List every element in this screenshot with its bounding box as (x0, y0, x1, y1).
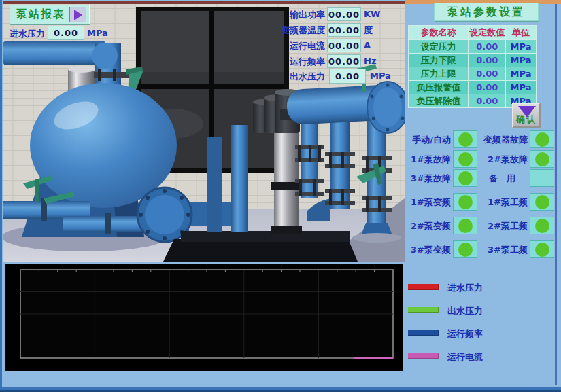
readout-unit: KW (364, 9, 380, 19)
legend-item: 进水压力 (405, 281, 561, 293)
readout-label: 输出功率 (227, 9, 325, 21)
play-icon (69, 7, 86, 22)
status-indicator-pump2-vfd (453, 217, 477, 234)
status-label: 3#泵变频 (405, 244, 451, 256)
status-indicator-pump3-fault (453, 169, 477, 187)
readout-unit: A (364, 40, 371, 50)
status-label: 手动/自动 (402, 134, 451, 146)
param-name: 压力下限 (409, 54, 469, 67)
status-indicator-pump2-fault (530, 150, 554, 168)
param-unit: MPa (506, 40, 537, 54)
led-icon (458, 152, 473, 166)
report-button[interactable]: 泵站报表 (10, 5, 90, 24)
param-name: 设定压力 (409, 40, 469, 54)
status-indicator-pump3-mains (530, 240, 554, 258)
readout-value: 00.00 (327, 7, 361, 21)
status-label: 1#泵工频 (477, 196, 528, 209)
status-label: 备 用 (477, 173, 528, 185)
parameter-table: 参数名称 设定数值 单位 设定压力 0.00 MPa 压力下限 0.00 MPa… (408, 25, 537, 108)
status-row: 1#泵变频 1#泵工频 (405, 193, 561, 211)
led-icon (458, 219, 473, 233)
status-indicator-spare (530, 169, 554, 187)
status-label: 2#泵工频 (477, 220, 528, 232)
param-row: 设定压力 0.00 MPa (409, 40, 537, 54)
report-button-label: 泵站报表 (16, 7, 65, 22)
param-name: 负压报警值 (409, 81, 469, 94)
led-icon (458, 243, 473, 257)
led-icon (535, 243, 549, 257)
led-icon (535, 195, 549, 209)
readout-unit: Hz (364, 56, 376, 66)
outlet-pressure-label: 出水压力 (233, 71, 325, 83)
led-icon (535, 219, 549, 233)
left-edge (0, 0, 2, 392)
param-row: 压力下限 0.00 MPa (409, 54, 537, 67)
readout-label: 运行电流 (227, 40, 325, 52)
readout-value: 00.00 (327, 39, 361, 52)
led-icon (458, 171, 473, 185)
status-indicator-manual-auto (453, 130, 477, 148)
settings-panel-title: 泵站参数设置 (434, 3, 539, 21)
param-unit: MPa (506, 81, 537, 94)
readout-unit: 度 (364, 24, 373, 37)
param-value-field[interactable]: 0.00 (469, 94, 506, 108)
readout-label: 运行频率 (227, 56, 325, 68)
readout-value: 00.00 (327, 54, 361, 68)
legend-label: 运行电流 (447, 351, 483, 363)
status-row: 手动/自动 变频器故障 (405, 130, 561, 149)
outlet-pressure-unit: MPa (370, 71, 391, 81)
right-panel: 泵站参数设置 参数名称 设定数值 单位 设定压力 0.00 MPa 压力下限 0… (405, 0, 561, 387)
param-unit: MPa (506, 67, 537, 81)
param-value-field[interactable]: 0.00 (469, 40, 506, 54)
inlet-pressure-label: 进水压力 (10, 28, 45, 40)
param-header-value: 设定数值 (469, 26, 506, 40)
readout-label: 变频器温度 (227, 24, 325, 37)
status-indicator-pump1-fault (453, 150, 477, 168)
legend-item: 运行电流 (405, 351, 561, 363)
trend-chart-plot (5, 264, 403, 371)
trend-chart (5, 264, 403, 371)
param-value-field[interactable]: 0.00 (469, 54, 506, 67)
param-header-name: 参数名称 (409, 26, 469, 40)
param-value-field[interactable]: 0.00 (469, 67, 506, 81)
readout-value: 00.00 (327, 23, 361, 37)
status-label: 1#泵变频 (405, 196, 451, 209)
led-icon (535, 132, 549, 147)
legend-swatch-current (408, 353, 439, 359)
status-label: 2#泵故障 (477, 154, 528, 166)
param-value-field[interactable]: 0.00 (469, 81, 506, 94)
status-indicator-pump1-mains (530, 193, 554, 211)
status-row: 2#泵变频 2#泵工频 (405, 217, 561, 235)
pump-skid (163, 239, 358, 262)
status-label: 3#泵故障 (405, 173, 451, 185)
param-unit: MPa (506, 54, 537, 67)
inlet-pressure-unit: MPa (87, 28, 108, 38)
legend-label: 出水压力 (447, 305, 483, 317)
inlet-pressure-value: 0.00 (48, 26, 84, 40)
ceiling-strip (3, 1, 405, 4)
legend-item: 出水压力 (405, 304, 561, 317)
legend-swatch-frequency (408, 330, 439, 336)
pump-station-scene: 泵站报表 进水压力 0.00 MPa 输出功率 00.00 KW 变频器温度 0… (3, 1, 405, 262)
param-row: 负压报警值 0.00 MPa (409, 81, 537, 94)
param-header-unit: 单位 (506, 26, 537, 40)
led-icon (535, 152, 549, 166)
param-row: 压力上限 0.00 MPa (409, 67, 537, 81)
status-indicator-vfd-fault (530, 130, 554, 148)
status-indicator-pump3-vfd (453, 240, 477, 258)
led-icon (458, 195, 473, 209)
legend-label: 运行频率 (447, 328, 483, 340)
hmi-screen: 泵站报表 进水压力 0.00 MPa 输出功率 00.00 KW 变频器温度 0… (0, 0, 561, 392)
status-indicator-pump2-mains (530, 217, 554, 234)
led-icon (458, 132, 473, 147)
status-label: 1#泵故障 (405, 154, 451, 166)
status-row: 1#泵故障 2#泵故障 (405, 150, 561, 168)
confirm-button-label: 确认 (516, 113, 537, 126)
legend-swatch-outlet (408, 307, 439, 313)
confirm-button[interactable]: 确认 (512, 103, 541, 128)
status-row: 3#泵故障 备 用 (405, 169, 561, 188)
status-label: 变频器故障 (477, 134, 528, 146)
status-row: 3#泵变频 3#泵工频 (405, 240, 561, 259)
outlet-pressure-value: 0.00 (329, 69, 366, 84)
status-indicator-pump1-vfd (453, 193, 477, 211)
